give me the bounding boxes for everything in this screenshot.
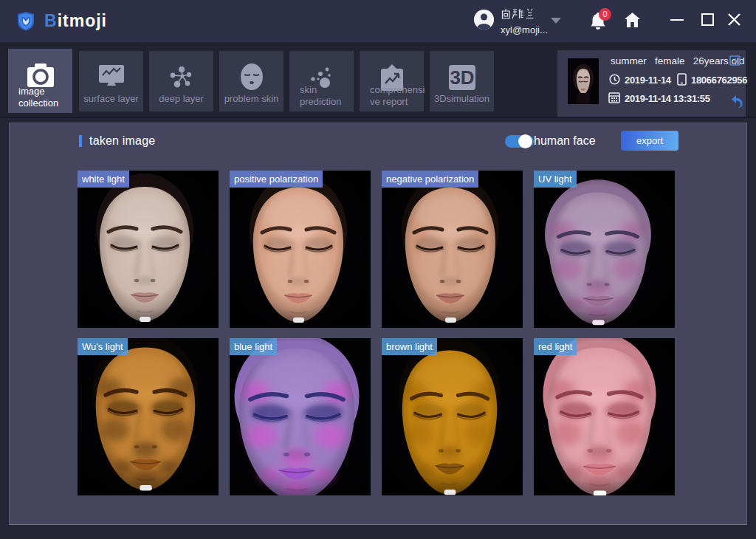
svg-text:3D: 3D — [450, 66, 474, 89]
